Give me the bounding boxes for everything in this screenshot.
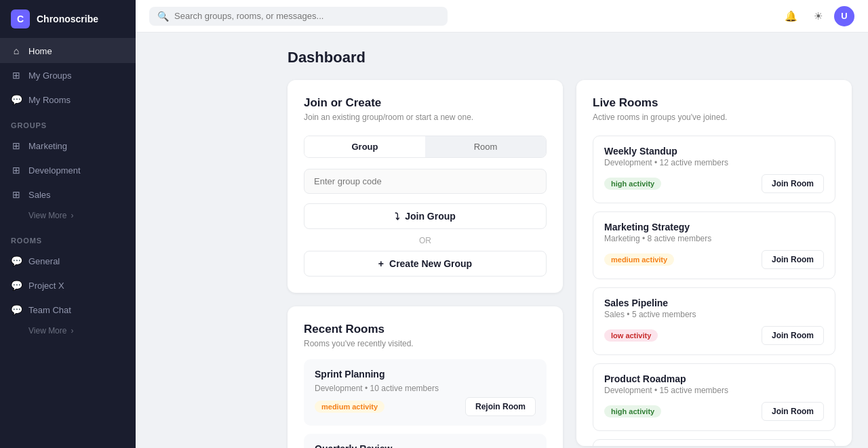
recent-room-item-1: Quarterly Review Management • 20 active … bbox=[304, 434, 547, 448]
tab-toggle: Group Room bbox=[304, 136, 547, 158]
search-icon: 🔍 bbox=[157, 11, 169, 22]
rooms-section-label: Rooms bbox=[0, 227, 136, 249]
my-groups-icon: ⊞ bbox=[11, 70, 22, 81]
live-rooms-card: Live Rooms Active rooms in groups you've… bbox=[576, 80, 852, 446]
sidebar-item-team-chat-label: Team Chat bbox=[28, 305, 71, 315]
create-group-button[interactable]: + Create New Group bbox=[304, 251, 547, 277]
live-activity-badge-3: high activity bbox=[604, 405, 661, 418]
avatar[interactable]: U bbox=[834, 6, 854, 26]
live-room-name-3: Product Roadmap bbox=[604, 373, 824, 384]
live-room-item-0: Weekly Standup Development • 12 active m… bbox=[593, 136, 835, 203]
join-group-button[interactable]: ⤵ Join Group bbox=[304, 203, 547, 229]
sidebar-item-marketing[interactable]: ⊞ Marketing bbox=[0, 134, 136, 158]
sidebar-item-team-chat[interactable]: 💬 Team Chat bbox=[0, 298, 136, 322]
join-room-button-1[interactable]: Join Room bbox=[762, 250, 824, 269]
recent-rooms-title: Recent Rooms bbox=[304, 323, 547, 336]
sidebar-item-project-x[interactable]: 💬 Project X bbox=[0, 273, 136, 298]
recent-room-name-0: Sprint Planning bbox=[315, 369, 536, 380]
rejoin-button-0[interactable]: Rejoin Room bbox=[465, 397, 536, 416]
join-room-button-2[interactable]: Join Room bbox=[762, 326, 824, 345]
rooms-chevron-right-icon: › bbox=[71, 326, 73, 335]
live-room-footer-2: low activity Join Room bbox=[604, 326, 824, 345]
join-room-button-0[interactable]: Join Room bbox=[762, 174, 824, 193]
logo-icon: C bbox=[11, 9, 30, 28]
recent-room-footer-0: medium activity Rejoin Room bbox=[315, 397, 536, 416]
live-activity-badge-2: low activity bbox=[604, 329, 658, 342]
rooms-view-more[interactable]: View More › bbox=[0, 322, 136, 342]
left-column: Join or Create Join an existing group/ro… bbox=[288, 80, 563, 448]
chevron-right-icon: › bbox=[71, 211, 73, 220]
live-room-item-2: Sales Pipeline Sales • 5 active members … bbox=[593, 287, 835, 355]
live-activity-badge-0: high activity bbox=[604, 178, 661, 190]
live-room-footer-3: high activity Join Room bbox=[604, 402, 824, 421]
groups-view-more[interactable]: View More › bbox=[0, 207, 136, 227]
join-create-title: Join or Create bbox=[304, 96, 547, 110]
search-input[interactable] bbox=[174, 11, 439, 21]
topbar-icons: 🔔 ☀ U bbox=[780, 5, 854, 27]
search-bar[interactable]: 🔍 bbox=[149, 7, 448, 26]
notification-icon: 🔔 bbox=[785, 10, 797, 22]
sidebar: C Chronoscribe ⌂ Home ⊞ My Groups 💬 My R… bbox=[0, 0, 136, 448]
activity-badge-0: medium activity bbox=[315, 401, 384, 413]
theme-icon: ☀ bbox=[814, 10, 823, 22]
sales-icon: ⊞ bbox=[11, 189, 22, 200]
recent-rooms-subtitle: Rooms you've recently visited. bbox=[304, 339, 547, 348]
live-room-meta-2: Sales • 5 active members bbox=[604, 310, 824, 319]
live-room-footer-1: medium activity Join Room bbox=[604, 250, 824, 269]
content-grid: Join or Create Join an existing group/ro… bbox=[288, 80, 852, 448]
sidebar-item-my-rooms-label: My Rooms bbox=[28, 95, 71, 105]
my-rooms-icon: 💬 bbox=[11, 94, 22, 105]
plus-icon: + bbox=[378, 258, 384, 269]
join-icon: ⤵ bbox=[395, 211, 399, 222]
sidebar-item-home-label: Home bbox=[28, 46, 52, 56]
sidebar-item-sales-label: Sales bbox=[28, 190, 51, 200]
sidebar-item-my-rooms[interactable]: 💬 My Rooms bbox=[0, 87, 136, 112]
live-room-footer-0: high activity Join Room bbox=[604, 174, 824, 193]
main-content: Dashboard Join or Create Join an existin… bbox=[271, 33, 868, 448]
app-logo[interactable]: C Chronoscribe bbox=[0, 0, 136, 39]
sidebar-item-development-label: Development bbox=[28, 165, 81, 176]
team-chat-icon: 💬 bbox=[11, 304, 22, 315]
theme-button[interactable]: ☀ bbox=[807, 5, 829, 27]
join-room-button-3[interactable]: Join Room bbox=[762, 402, 824, 421]
development-icon: ⊞ bbox=[11, 165, 22, 176]
live-room-meta-1: Marketing • 8 active members bbox=[604, 234, 824, 243]
live-room-item-1: Marketing Strategy Marketing • 8 active … bbox=[593, 211, 835, 279]
live-room-name-1: Marketing Strategy bbox=[604, 222, 824, 232]
rooms-view-more-label: View More bbox=[28, 326, 66, 335]
groups-section-label: Groups bbox=[0, 112, 136, 134]
live-room-name-2: Sales Pipeline bbox=[604, 298, 824, 308]
live-activity-badge-1: medium activity bbox=[604, 253, 674, 266]
or-divider: OR bbox=[304, 236, 547, 245]
general-icon: 💬 bbox=[11, 256, 22, 266]
groups-view-more-label: View More bbox=[28, 211, 66, 220]
sidebar-item-development[interactable]: ⊞ Development bbox=[0, 158, 136, 182]
sidebar-item-sales[interactable]: ⊞ Sales bbox=[0, 182, 136, 207]
recent-rooms-card: Recent Rooms Rooms you've recently visit… bbox=[288, 306, 563, 448]
sidebar-item-marketing-label: Marketing bbox=[28, 141, 67, 151]
notification-button[interactable]: 🔔 bbox=[780, 5, 802, 27]
sidebar-item-general-label: General bbox=[28, 256, 60, 266]
tab-group-button[interactable]: Group bbox=[304, 136, 425, 157]
live-room-meta-0: Development • 12 active members bbox=[604, 158, 824, 167]
live-rooms-subtitle: Active rooms in groups you've joined. bbox=[593, 113, 835, 122]
group-code-input[interactable] bbox=[304, 169, 547, 194]
project-x-icon: 💬 bbox=[11, 280, 22, 291]
home-icon: ⌂ bbox=[11, 45, 22, 56]
live-room-name-0: Weekly Standup bbox=[604, 146, 824, 157]
tab-room-button[interactable]: Room bbox=[425, 136, 546, 157]
sidebar-item-my-groups[interactable]: ⊞ My Groups bbox=[0, 63, 136, 87]
sidebar-item-general[interactable]: 💬 General bbox=[0, 249, 136, 273]
live-rooms-title: Live Rooms bbox=[593, 96, 835, 110]
topbar: 🔍 🔔 ☀ U bbox=[136, 0, 868, 33]
live-room-item-3: Product Roadmap Development • 15 active … bbox=[593, 363, 835, 431]
recent-room-name-1: Quarterly Review bbox=[315, 443, 536, 448]
sidebar-item-my-groups-label: My Groups bbox=[28, 70, 72, 81]
app-name: Chronoscribe bbox=[37, 14, 98, 24]
marketing-icon: ⊞ bbox=[11, 140, 22, 151]
recent-room-item-0: Sprint Planning Development • 10 active … bbox=[304, 359, 547, 426]
recent-room-meta-0: Development • 10 active members bbox=[315, 384, 536, 393]
live-room-meta-3: Development • 15 active members bbox=[604, 386, 824, 395]
sidebar-item-home[interactable]: ⌂ Home bbox=[0, 39, 136, 63]
right-column: Live Rooms Active rooms in groups you've… bbox=[576, 80, 852, 448]
